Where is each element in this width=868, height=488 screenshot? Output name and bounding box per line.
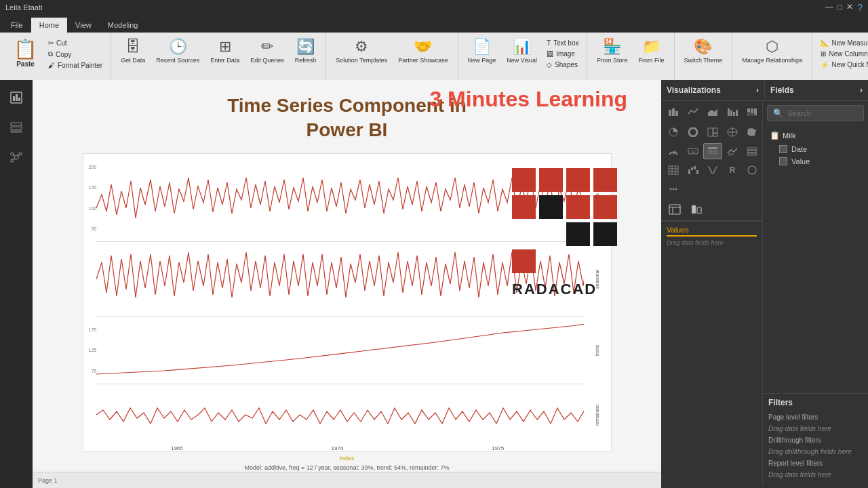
close-btn[interactable]: ✕ xyxy=(846,2,853,13)
svg-rect-16 xyxy=(566,168,590,192)
from-file-label: From File xyxy=(639,57,665,64)
viz-stacked-bar[interactable] xyxy=(664,104,683,120)
filter-drag-drillthrough[interactable]: Drag drillthrough fields here xyxy=(768,446,863,458)
viz-fields-icon[interactable] xyxy=(665,201,684,218)
svg-rect-4 xyxy=(11,123,22,125)
edit-queries-button[interactable]: ✏ Edit Queries xyxy=(246,35,288,66)
visualizations-expand-icon[interactable]: › xyxy=(756,85,759,95)
paste-button[interactable]: 📋 Paste xyxy=(8,35,43,70)
from-file-button[interactable]: 📁 From File xyxy=(635,35,669,66)
svg-rect-23 xyxy=(593,222,617,246)
from-store-button[interactable]: 🏪 From Store xyxy=(593,35,631,66)
svg-text:42: 42 xyxy=(691,150,696,154)
get-data-button[interactable]: 🗄 Get Data xyxy=(117,35,149,66)
svg-rect-24 xyxy=(512,249,536,273)
cut-button[interactable]: ✂ Cut xyxy=(45,38,105,48)
viz-clustered-bar[interactable] xyxy=(723,104,742,120)
viz-filled-map[interactable] xyxy=(743,124,762,140)
tab-view[interactable]: View xyxy=(67,18,100,33)
title-bar: Leila Etaati — □ ✕ ? xyxy=(0,0,868,15)
viz-r-script[interactable]: R xyxy=(723,162,742,178)
resources-items: ⚙ Solution Templates 🤝 Partner Showcase xyxy=(332,35,452,81)
viz-area[interactable] xyxy=(703,104,722,120)
viz-donut[interactable] xyxy=(684,124,703,140)
value-checkbox[interactable] xyxy=(779,157,787,165)
viz-gauge[interactable] xyxy=(664,143,683,159)
viz-bottom-row xyxy=(661,199,762,221)
window-controls[interactable]: — □ ✕ ? xyxy=(825,2,863,13)
image-button[interactable]: 🖼 Image xyxy=(544,49,581,59)
viz-line[interactable] xyxy=(684,104,703,120)
tab-file[interactable]: File xyxy=(3,18,31,33)
field-date-label: Date xyxy=(791,145,807,153)
filter-drag-page[interactable]: Drag data fields here xyxy=(768,423,863,434)
viz-more[interactable] xyxy=(664,181,683,197)
viz-ribbon[interactable] xyxy=(703,162,722,178)
recent-sources-button[interactable]: 🕒 Recent Sources xyxy=(152,35,203,66)
search-input[interactable] xyxy=(787,109,858,117)
help-icon[interactable]: ? xyxy=(857,2,863,13)
viz-pie[interactable] xyxy=(664,124,683,140)
new-visual-button[interactable]: 📊 New Visual xyxy=(502,35,541,66)
text-box-button[interactable]: T Text box xyxy=(544,38,581,48)
shapes-label: Shapes xyxy=(555,61,578,68)
radacad-area: RADACAD xyxy=(512,168,620,298)
field-value-label: Value xyxy=(791,157,810,165)
page-indicator: Page 1 xyxy=(38,477,58,484)
image-label: Image xyxy=(556,50,575,58)
viz-waterfall[interactable] xyxy=(684,162,703,178)
search-box[interactable]: 🔍 xyxy=(767,105,864,121)
new-quick-measure-button[interactable]: ⚡ New Quick Measure xyxy=(818,60,868,70)
sidebar-model-icon[interactable] xyxy=(4,145,28,169)
new-page-button[interactable]: 📄 New Page xyxy=(464,35,500,66)
visualizations-tab-label: Visualizations xyxy=(667,85,721,95)
copy-button[interactable]: ⧉ Copy xyxy=(45,49,105,60)
sidebar-data-icon[interactable] xyxy=(4,115,28,140)
partner-showcase-button[interactable]: 🤝 Partner Showcase xyxy=(394,35,452,66)
viz-card[interactable]: 42 xyxy=(684,143,703,159)
panel-label-trend: trend xyxy=(584,317,610,384)
sidebar-report-icon[interactable] xyxy=(4,85,28,110)
visualizations-tab[interactable]: Visualizations › xyxy=(661,80,765,100)
viz-map[interactable] xyxy=(723,124,742,140)
viz-100-stacked[interactable] xyxy=(743,104,762,120)
viz-matrix[interactable] xyxy=(664,162,683,178)
shapes-button[interactable]: ◇ Shapes xyxy=(544,60,581,70)
solution-templates-button[interactable]: ⚙ Solution Templates xyxy=(332,35,391,66)
fields-expand-icon[interactable]: › xyxy=(860,85,863,95)
maximize-btn[interactable]: □ xyxy=(837,2,842,13)
tab-home[interactable]: Home xyxy=(31,18,67,33)
format-painter-button[interactable]: 🖌 Format Painter xyxy=(45,60,105,70)
viz-format-icon[interactable] xyxy=(687,201,706,218)
radacad-text: RADACAD xyxy=(512,281,620,298)
enter-data-button[interactable]: ⊞ Enter Data xyxy=(206,35,243,66)
viz-python[interactable] xyxy=(743,162,762,178)
svg-rect-31 xyxy=(733,112,735,116)
svg-rect-45 xyxy=(713,128,717,133)
viz-treemap[interactable] xyxy=(703,124,722,140)
svg-rect-3 xyxy=(18,98,20,101)
milk-group-header[interactable]: 📋 Milk xyxy=(766,128,865,143)
panels-container: 42 KPI xyxy=(661,101,868,485)
fields-tab[interactable]: Fields › xyxy=(765,80,868,100)
refresh-button[interactable]: 🔄 Refresh xyxy=(291,35,321,66)
viz-grid-4: R xyxy=(661,161,762,180)
viz-slicer[interactable] xyxy=(743,143,762,159)
svg-rect-20 xyxy=(566,195,590,219)
viz-kpi[interactable]: KPI xyxy=(723,143,742,159)
manage-relationships-button[interactable]: ⬡ Manage Relationships xyxy=(738,35,806,66)
filter-drag-report[interactable]: Drag data fields here xyxy=(768,469,863,481)
tab-modeling[interactable]: Modeling xyxy=(100,18,146,33)
field-date[interactable]: Date xyxy=(766,143,865,155)
values-title: Values xyxy=(667,226,757,237)
date-checkbox[interactable] xyxy=(779,145,787,153)
new-measure-button[interactable]: 📐 New Measure xyxy=(818,38,868,48)
right-panel: Visualizations › Fields › xyxy=(661,80,868,488)
viz-multirow-card[interactable] xyxy=(703,143,722,159)
field-value[interactable]: Value xyxy=(766,155,865,167)
index-label: Index xyxy=(245,455,450,462)
switch-theme-button[interactable]: 🎨 Switch Theme xyxy=(680,35,727,66)
new-column-button[interactable]: ⊞ New Column xyxy=(818,49,868,59)
minimize-btn[interactable]: — xyxy=(825,2,833,13)
svg-text:KPI: KPI xyxy=(728,152,734,156)
